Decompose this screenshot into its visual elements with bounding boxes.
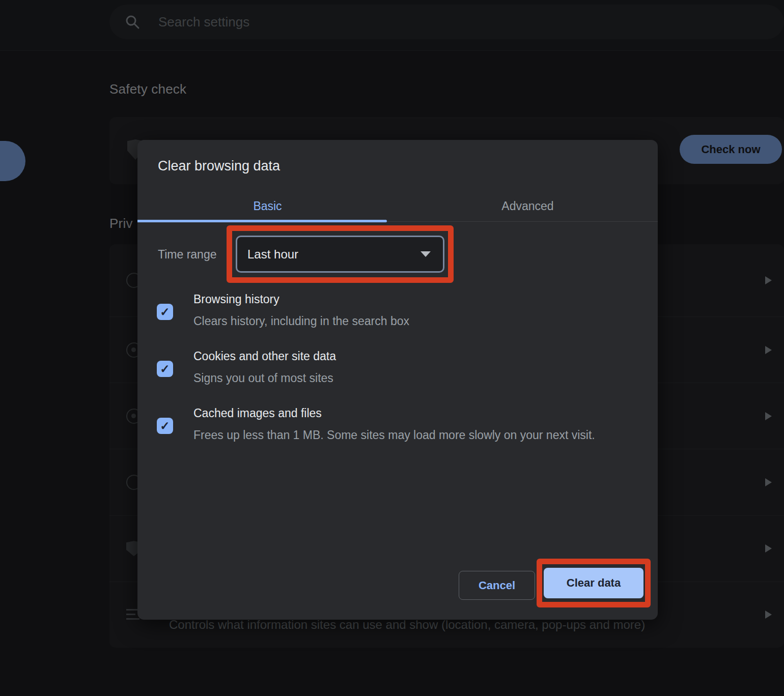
browsing-history-checkbox[interactable]: ✓ <box>157 304 173 320</box>
time-range-label: Time range <box>158 248 216 262</box>
checkmark-icon: ✓ <box>160 419 170 433</box>
screen: Search settings Safety check Check now P… <box>0 0 784 696</box>
dialog-tabs: Basic Advanced <box>137 191 658 221</box>
tab-advanced[interactable]: Advanced <box>398 191 658 221</box>
annotation-box-time-range: Last hour <box>227 225 454 283</box>
time-range-select[interactable]: Last hour <box>236 236 444 273</box>
active-tab-underline <box>137 220 387 222</box>
cookies-checkbox[interactable]: ✓ <box>157 361 173 377</box>
clear-browsing-data-dialog: Clear browsing data Basic Advanced Time … <box>137 140 658 620</box>
option-label: Cached images and files <box>193 407 641 420</box>
option-description: Frees up less than 1 MB. Some sites may … <box>193 425 641 445</box>
option-description: Signs you out of most sites <box>193 368 641 388</box>
option-cookies: ✓ Cookies and other site data Signs you … <box>157 350 641 388</box>
annotation-box-clear-data: Clear data <box>537 559 651 607</box>
cached-images-checkbox[interactable]: ✓ <box>157 418 173 434</box>
time-range-value: Last hour <box>247 247 298 262</box>
option-browsing-history: ✓ Browsing history Clears history, inclu… <box>157 293 641 331</box>
dialog-title: Clear browsing data <box>158 158 280 174</box>
option-cached-images: ✓ Cached images and files Frees up less … <box>157 407 641 445</box>
option-description: Clears history, including in the search … <box>193 311 641 331</box>
chevron-down-icon <box>421 251 431 257</box>
cancel-button[interactable]: Cancel <box>459 571 535 600</box>
clear-data-button[interactable]: Clear data <box>544 568 643 598</box>
checkmark-icon: ✓ <box>160 362 170 376</box>
checkmark-icon: ✓ <box>160 305 170 319</box>
option-label: Cookies and other site data <box>193 350 641 363</box>
tab-basic[interactable]: Basic <box>137 191 398 221</box>
option-label: Browsing history <box>193 293 641 306</box>
